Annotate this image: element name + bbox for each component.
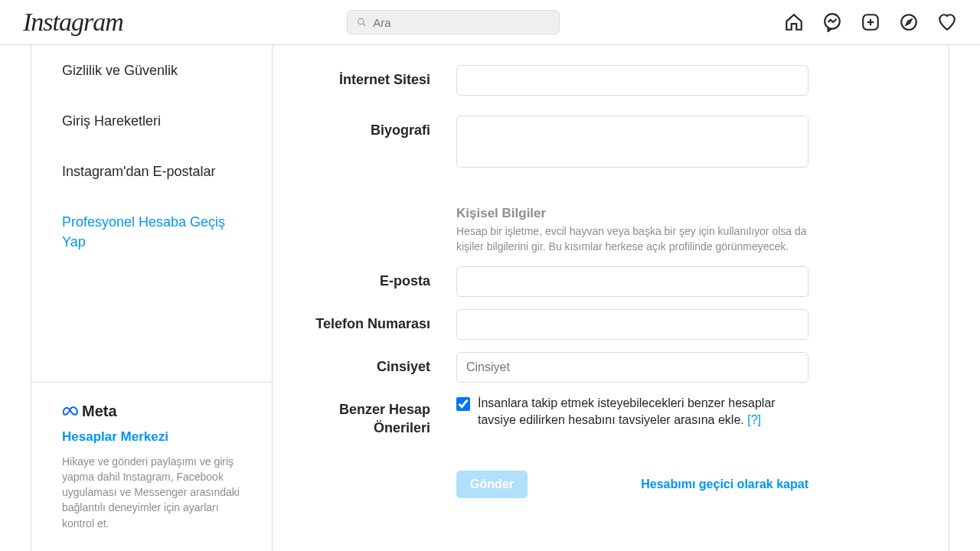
- messenger-icon[interactable]: [822, 12, 842, 32]
- similar-accounts-label: Benzer Hesap Önerileri: [303, 395, 456, 437]
- top-navigation-bar: Instagram: [0, 0, 980, 45]
- similar-accounts-checkbox[interactable]: [456, 397, 470, 411]
- search-input[interactable]: [373, 16, 550, 29]
- meta-accounts-center[interactable]: Meta Hesaplar Merkezi Hikaye ve gönderi …: [31, 382, 272, 551]
- sidebar-item-switch-professional[interactable]: Profesyonel Hesaba Geçiş Yap: [31, 197, 272, 267]
- phone-label: Telefon Numarası: [303, 309, 456, 333]
- new-post-icon[interactable]: [861, 12, 880, 32]
- svg-marker-7: [906, 20, 912, 25]
- svg-point-6: [901, 15, 916, 30]
- sidebar-item-emails[interactable]: Instagram'dan E-postalar: [31, 146, 272, 197]
- activity-heart-icon[interactable]: [937, 12, 957, 32]
- settings-panel: Gizlilik ve Güvenlik Giriş Hareketleri I…: [31, 45, 949, 551]
- meta-logo: Meta: [62, 403, 241, 420]
- personal-info-section: Kişisel Bilgiler Hesap bir işletme, evci…: [456, 206, 808, 254]
- bio-textarea[interactable]: [456, 116, 808, 168]
- meta-infinity-icon: [62, 403, 79, 419]
- explore-icon[interactable]: [899, 12, 919, 32]
- bio-label: Biyografi: [303, 116, 456, 139]
- gender-label: Cinsiyet: [303, 352, 456, 376]
- meta-description: Hikaye ve gönderi paylaşımı ve giriş yap…: [62, 454, 241, 531]
- meta-brand-text: Meta: [82, 403, 117, 420]
- email-input[interactable]: [456, 266, 808, 297]
- svg-line-1: [363, 24, 365, 26]
- sidebar-item-privacy[interactable]: Gizlilik ve Güvenlik: [31, 45, 272, 96]
- settings-sidebar: Gizlilik ve Güvenlik Giriş Hareketleri I…: [31, 45, 273, 551]
- instagram-logo[interactable]: Instagram: [23, 8, 123, 37]
- similar-accounts-text: İnsanlara takip etmek isteyebilecekleri …: [478, 395, 808, 428]
- personal-info-desc: Hesap bir işletme, evcil hayvan veya baş…: [456, 224, 808, 254]
- home-icon[interactable]: [784, 12, 804, 32]
- disable-account-link[interactable]: Hesabımı geçici olarak kapat: [641, 478, 808, 491]
- personal-info-title: Kişisel Bilgiler: [456, 206, 808, 221]
- phone-input[interactable]: [456, 309, 808, 340]
- search-wrap: [139, 10, 769, 34]
- sidebar-item-login-activity[interactable]: Giriş Hareketleri: [31, 96, 272, 146]
- edit-profile-form: İnternet Sitesi Biyografi Kişisel Bilgil…: [273, 45, 949, 551]
- search-box[interactable]: [347, 10, 560, 34]
- similar-accounts-help-link[interactable]: [?]: [747, 413, 761, 426]
- gender-input[interactable]: [456, 352, 808, 383]
- submit-button[interactable]: Gönder: [456, 471, 528, 498]
- nav-icons: [784, 12, 957, 32]
- website-label: İnternet Sitesi: [303, 65, 456, 89]
- search-icon: [357, 17, 367, 28]
- website-input[interactable]: [456, 65, 808, 96]
- email-label: E-posta: [303, 266, 456, 290]
- meta-title: Hesaplar Merkezi: [62, 429, 241, 445]
- form-actions: Gönder Hesabımı geçici olarak kapat: [456, 471, 808, 498]
- svg-point-0: [358, 18, 364, 24]
